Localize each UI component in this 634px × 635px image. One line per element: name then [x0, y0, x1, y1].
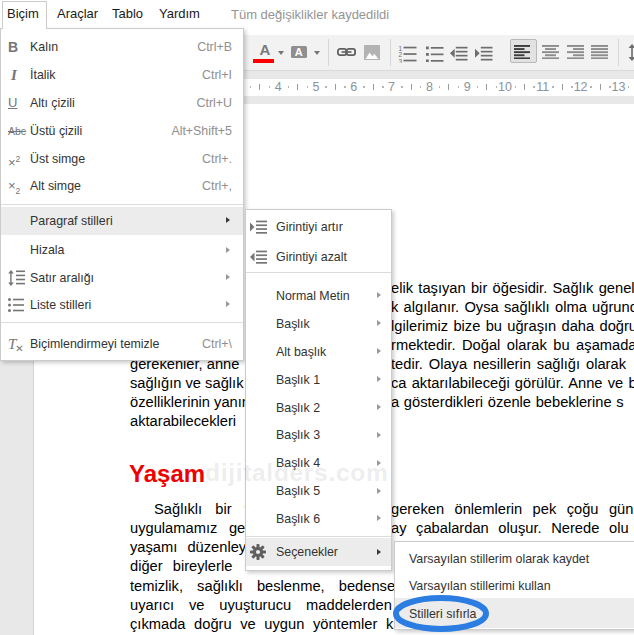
svg-text:3: 3: [398, 57, 402, 63]
